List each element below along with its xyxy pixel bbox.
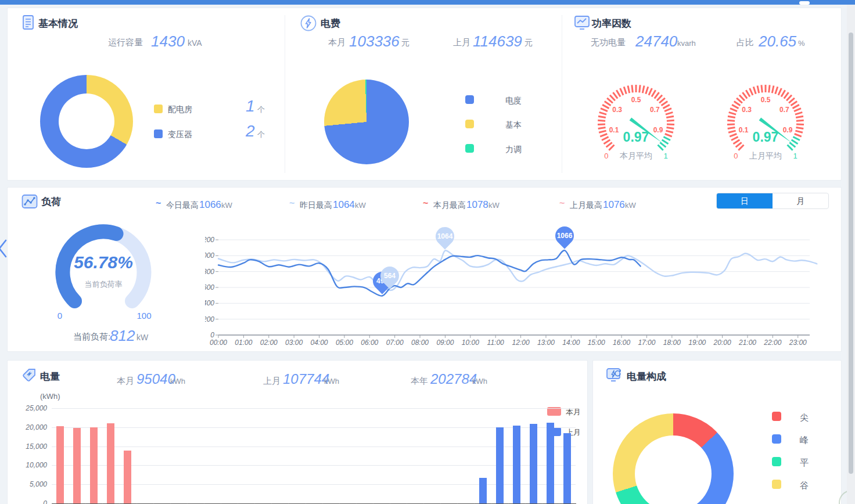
stat-value: 1076 — [603, 199, 625, 211]
legend-swatch — [772, 434, 781, 444]
panel-load: 负荷 ~ 今日最高 1066 kW ~ 昨日最高 1064 kW ~ 本月最高 … — [7, 187, 842, 352]
svg-text:03:00: 03:00 — [285, 339, 303, 347]
svg-text:05:00: 05:00 — [336, 339, 353, 347]
svg-text:0.97: 0.97 — [753, 129, 779, 145]
svg-text:400: 400 — [205, 299, 214, 307]
bar-上月-day30 — [547, 423, 554, 503]
svg-text:20:00: 20:00 — [713, 339, 731, 347]
capacity-label: 运行容量 — [108, 37, 143, 48]
svg-text:19:00: 19:00 — [688, 339, 706, 347]
gauge-caption: 上月平均 — [731, 151, 800, 161]
toggle-month-button[interactable]: 月 — [773, 193, 828, 208]
panel-title: 功率因数 — [592, 17, 631, 30]
scrollbar-thumb[interactable] — [849, 33, 853, 474]
panel-power-factor: 功率因数 无功电量 24740 kvarh 占比 20.65 % 0.10.30… — [562, 8, 841, 180]
stat-unit: 元 — [401, 38, 409, 48]
scrollbar[interactable] — [847, 5, 855, 504]
wave-icon: ~ — [156, 198, 161, 208]
bar-上月-day29 — [530, 424, 537, 503]
current-load-label: 当前负荷: — [73, 332, 110, 343]
svg-text:800: 800 — [205, 268, 214, 276]
svg-text:09:00: 09:00 — [436, 339, 454, 347]
current-load-unit: kW — [136, 333, 148, 342]
legend-swatch — [772, 412, 781, 421]
legend-swatch — [154, 129, 163, 138]
panel-title: 基本情况 — [38, 17, 78, 30]
wave-icon: ~ — [289, 198, 294, 208]
bar-上月-day28 — [513, 426, 520, 504]
topbar-notch-icon — [799, 1, 810, 5]
bar-本月-day1 — [56, 426, 64, 503]
legend-label: 尖 — [800, 412, 809, 423]
svg-text:0.3: 0.3 — [612, 106, 622, 114]
wave-icon: ~ — [559, 198, 565, 208]
stat-value: 1064 — [333, 199, 355, 211]
svg-text:06:00: 06:00 — [361, 339, 378, 347]
document-icon — [21, 15, 35, 33]
legend-label: 电度 — [505, 96, 522, 106]
legend-swatch — [772, 457, 781, 466]
legend-value: 2 — [246, 122, 255, 141]
bar-本月-day3 — [90, 427, 98, 503]
energy-bar-chart: 05,00010,00015,00020,00025,000 — [52, 408, 584, 504]
capacity-unit: kVA — [188, 38, 202, 48]
svg-text:17:00: 17:00 — [638, 339, 655, 347]
svg-text:07:00: 07:00 — [386, 339, 404, 347]
svg-text:13:00: 13:00 — [537, 339, 555, 347]
svg-text:1,200: 1,200 — [205, 236, 214, 244]
svg-text:08:00: 08:00 — [411, 339, 429, 347]
top-cards: 基本情况 运行容量 1430 kVA 配电房 1 个 变压器 2 个 电费 本月… — [7, 8, 842, 181]
svg-text:18:00: 18:00 — [663, 339, 681, 347]
legend-label: 基本 — [505, 120, 522, 131]
stat-unit: kWh — [324, 377, 339, 386]
legend-label: 平 — [800, 458, 809, 469]
bar-上月-day31 — [563, 433, 571, 503]
svg-text:10:00: 10:00 — [462, 339, 479, 347]
stat-label: 昨日最高 — [300, 200, 332, 211]
svg-text:0.1: 0.1 — [609, 126, 619, 134]
legend-label: 力调 — [505, 145, 522, 155]
basic-donut-chart — [40, 75, 133, 168]
current-load-value: 812 — [110, 327, 135, 345]
svg-text:0.97: 0.97 — [623, 129, 649, 145]
load-chart-icon — [21, 193, 38, 212]
stat-value: 1078 — [466, 199, 488, 211]
legend-label: 峰 — [800, 435, 809, 446]
legend-swatch — [465, 144, 474, 153]
bar-上月-day27 — [496, 427, 504, 503]
stat-unit: kW — [625, 201, 636, 210]
stat-value: 103336 — [349, 33, 400, 51]
gauge-caption: 本月平均 — [601, 151, 671, 161]
lightning-circle-icon — [300, 15, 317, 34]
stat-label: 本月 — [117, 376, 134, 387]
bar-本月-day4 — [107, 423, 114, 503]
svg-text:04:00: 04:00 — [311, 339, 328, 347]
svg-text:15:00: 15:00 — [588, 339, 605, 347]
dashboard: 基本情况 运行容量 1430 kVA 配电房 1 个 变压器 2 个 电费 本月… — [0, 0, 855, 504]
stat-value: 20.65 — [759, 33, 796, 51]
energy-monitor-icon — [606, 368, 623, 386]
stat-label: 今日最高 — [166, 200, 199, 211]
stat-unit: kW — [488, 201, 500, 210]
stat-unit: 元 — [525, 38, 533, 48]
svg-text:200: 200 — [205, 315, 214, 323]
legend-label: 变压器 — [168, 129, 192, 140]
tag-icon — [21, 368, 38, 386]
bar-本月-day5 — [124, 451, 131, 503]
bar-本月-day2 — [73, 428, 81, 504]
panel-title: 电量 — [40, 370, 60, 383]
svg-text:1,000: 1,000 — [205, 251, 214, 260]
wave-icon: ~ — [423, 198, 428, 208]
svg-text:21:00: 21:00 — [738, 339, 756, 347]
toggle-day-button[interactable]: 日 — [717, 193, 773, 208]
svg-text:12:00: 12:00 — [512, 339, 530, 347]
svg-text:0: 0 — [210, 331, 214, 339]
svg-text:0.9: 0.9 — [653, 126, 663, 134]
stat-label: 上月最高 — [570, 200, 602, 211]
svg-text:0.7: 0.7 — [779, 106, 789, 114]
legend-swatch — [465, 95, 474, 104]
svg-text:0.5: 0.5 — [761, 96, 771, 104]
load-rate-caption: 当前负荷率 — [57, 279, 150, 290]
stat-value: 114639 — [473, 33, 522, 51]
panel-title: 电量构成 — [627, 370, 666, 383]
